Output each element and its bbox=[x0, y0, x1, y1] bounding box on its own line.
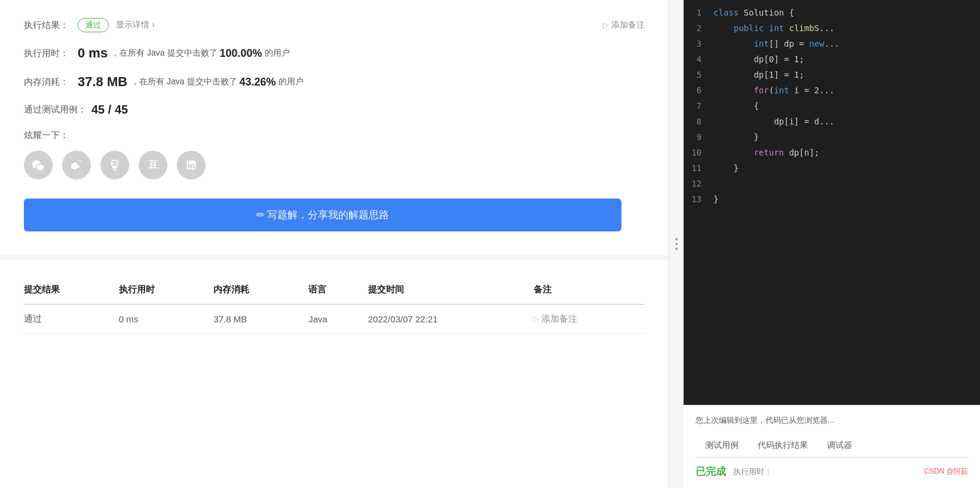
code-area: 1 class Solution { 2 public int climbS..… bbox=[684, 0, 980, 405]
mem-label: 内存消耗： bbox=[24, 77, 78, 88]
line-content-13: } bbox=[713, 191, 718, 207]
line-num-8: 8 bbox=[684, 114, 713, 129]
line-num-11: 11 bbox=[684, 160, 713, 176]
weibo-icon[interactable] bbox=[62, 151, 91, 179]
result-row: 执行结果： 通过 显示详情 › ▷ 添加备注 bbox=[24, 18, 645, 32]
qq-icon[interactable] bbox=[100, 151, 129, 179]
mem-text1: ，在所有 Java 提交中击败了 bbox=[131, 77, 237, 87]
row-status: 通过 bbox=[24, 304, 119, 334]
pass-badge: 通过 bbox=[78, 18, 109, 32]
row-note[interactable]: ▷ 添加备注 bbox=[534, 304, 645, 334]
line-content-7: { bbox=[713, 98, 759, 114]
divider-dot-2 bbox=[675, 243, 678, 245]
exec-time-label: 执行用时： bbox=[733, 466, 772, 477]
wechat-icon[interactable] bbox=[24, 151, 53, 179]
code-line-6: 6 for(int i = 2... bbox=[684, 83, 980, 98]
line-content-6: for(int i = 2... bbox=[713, 83, 834, 98]
divider-dot-3 bbox=[675, 248, 678, 250]
tab-test-case[interactable]: 测试用例 bbox=[696, 435, 748, 457]
test-case-row: 通过测试用例： 45 / 45 bbox=[24, 103, 645, 117]
tab-debugger[interactable]: 调试器 bbox=[817, 435, 862, 457]
row-memory: 37.8 MB bbox=[213, 304, 308, 334]
social-icons: 豆 bbox=[24, 151, 645, 179]
douban-icon[interactable]: 豆 bbox=[139, 151, 167, 179]
code-line-2: 2 public int climbS... bbox=[684, 20, 980, 36]
time-percent: 100.00% bbox=[220, 47, 262, 60]
line-content-11: } bbox=[713, 160, 739, 176]
tab-exec-result[interactable]: 代码执行结果 bbox=[748, 435, 817, 457]
code-line-1: 1 class Solution { bbox=[684, 5, 980, 20]
line-content-5: dp[1] = 1; bbox=[713, 67, 804, 83]
code-line-7: 7 { bbox=[684, 98, 980, 114]
line-content-1: class Solution { bbox=[713, 5, 794, 20]
add-note-label: 添加备注 bbox=[611, 20, 645, 30]
row-lang: Java bbox=[308, 304, 368, 334]
col-header-time: 执行用时 bbox=[119, 278, 214, 304]
csdn-badge: CSDN @阿茹 bbox=[924, 466, 968, 477]
code-line-9: 9 } bbox=[684, 129, 980, 145]
line-num-10: 10 bbox=[684, 145, 713, 160]
code-lines: 1 class Solution { 2 public int climbS..… bbox=[684, 0, 980, 212]
table-header-row: 提交结果 执行用时 内存消耗 语言 提交时间 备注 bbox=[24, 278, 645, 304]
line-content-10: return dp[n]; bbox=[713, 145, 819, 160]
row-note-icon: ▷ bbox=[534, 315, 538, 323]
time-value: 0 ms bbox=[78, 45, 108, 61]
code-line-12: 12 bbox=[684, 176, 980, 191]
code-line-3: 3 int[] dp = new... bbox=[684, 36, 980, 51]
test-value: 45 / 45 bbox=[91, 103, 128, 117]
mem-value: 37.8 MB bbox=[78, 74, 127, 90]
line-num-2: 2 bbox=[684, 20, 713, 36]
code-line-10: 10 return dp[n]; bbox=[684, 145, 980, 160]
line-num-5: 5 bbox=[684, 67, 713, 83]
share-section: 炫耀一下： bbox=[24, 130, 645, 179]
col-header-memory: 内存消耗 bbox=[213, 278, 308, 304]
right-content: 1 class Solution { 2 public int climbS..… bbox=[684, 0, 980, 488]
bottom-status: 已完成 执行用时： CSDN @阿茹 bbox=[696, 458, 968, 478]
line-num-4: 4 bbox=[684, 51, 713, 67]
share-label: 炫耀一下： bbox=[24, 130, 645, 141]
code-line-5: 5 dp[1] = 1; bbox=[684, 67, 980, 83]
row-submit-time: 2022/03/07 22:21 bbox=[368, 304, 534, 334]
write-solution-button[interactable]: ✏ 写题解，分享我的解题思路 bbox=[24, 199, 621, 231]
divider-dot-1 bbox=[675, 238, 678, 240]
line-num-1: 1 bbox=[684, 5, 713, 20]
line-num-13: 13 bbox=[684, 191, 713, 207]
code-line-4: 4 dp[0] = 1; bbox=[684, 51, 980, 67]
code-line-13: 13 } bbox=[684, 191, 980, 207]
right-panel-wrapper: 1 class Solution { 2 public int climbS..… bbox=[684, 0, 980, 488]
show-detail-link[interactable]: 显示详情 › bbox=[116, 20, 155, 30]
table-row: 通过 0 ms 37.8 MB Java 2022/03/07 22:21 ▷ … bbox=[24, 304, 645, 334]
mem-row: 内存消耗： 37.8 MB ，在所有 Java 提交中击败了 43.26% 的用… bbox=[24, 74, 645, 90]
col-header-status: 提交结果 bbox=[24, 278, 119, 304]
submission-table: 提交结果 执行用时 内存消耗 语言 提交时间 备注 通过 0 ms 37.8 M… bbox=[24, 278, 645, 334]
line-content-3: int[] dp = new... bbox=[713, 36, 840, 51]
line-content-8: dp[i] = d... bbox=[713, 114, 834, 129]
last-edit-text: 您上次编辑到这里，代码已从您浏览器... bbox=[696, 415, 968, 426]
time-text1: ，在所有 Java 提交中击败了 bbox=[111, 48, 217, 59]
status-done: 已完成 bbox=[696, 465, 726, 478]
submission-section: 提交结果 执行用时 内存消耗 语言 提交时间 备注 通过 0 ms 37.8 M… bbox=[0, 260, 669, 352]
line-content-2: public int climbS... bbox=[713, 20, 834, 36]
result-section: 执行结果： 通过 显示详情 › ▷ 添加备注 执行用时： 0 ms ，在所有 J… bbox=[0, 0, 669, 260]
line-content-4: dp[0] = 1; bbox=[713, 51, 804, 67]
linkedin-icon[interactable] bbox=[177, 151, 206, 179]
line-num-9: 9 bbox=[684, 129, 713, 145]
time-label: 执行用时： bbox=[24, 48, 78, 59]
bottom-tabs: 测试用例 代码执行结果 调试器 bbox=[696, 435, 968, 458]
row-time: 0 ms bbox=[119, 304, 214, 334]
add-note-button[interactable]: ▷ 添加备注 bbox=[603, 20, 645, 30]
line-num-3: 3 bbox=[684, 36, 713, 51]
left-panel: 执行结果： 通过 显示详情 › ▷ 添加备注 执行用时： 0 ms ，在所有 J… bbox=[0, 0, 669, 488]
right-bottom: 您上次编辑到这里，代码已从您浏览器... 测试用例 代码执行结果 调试器 已完成… bbox=[684, 405, 980, 488]
add-note-icon: ▷ bbox=[603, 21, 608, 29]
mem-text2: 的用户 bbox=[278, 77, 304, 87]
row-note-label: 添加备注 bbox=[541, 313, 577, 325]
code-line-11: 11 } bbox=[684, 160, 980, 176]
svg-point-0 bbox=[112, 163, 114, 164]
col-header-submit-time: 提交时间 bbox=[368, 278, 534, 304]
svg-point-1 bbox=[115, 163, 117, 164]
line-num-7: 7 bbox=[684, 98, 713, 114]
line-num-6: 6 bbox=[684, 83, 713, 98]
mem-percent: 43.26% bbox=[240, 76, 276, 89]
col-header-note: 备注 bbox=[534, 278, 645, 304]
